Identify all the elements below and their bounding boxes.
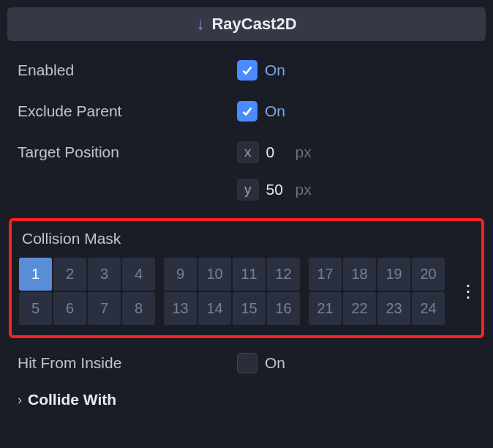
mask-layer-10[interactable]: 10 [198,258,231,291]
collision-mask-grid: 123456789101112131415161718192021222324 [19,258,445,325]
axis-y-badge: y [237,179,259,201]
axis-x-badge: x [237,141,259,163]
node-title: RayCast2D [211,15,296,34]
kebab-menu-icon[interactable]: ⋮ [455,281,481,302]
mask-layer-14[interactable]: 14 [198,292,231,325]
mask-layer-21[interactable]: 21 [309,292,342,325]
mask-layer-23[interactable]: 23 [377,292,410,325]
collide-with-section[interactable]: › Collide With [7,384,486,416]
axis-x-unit: px [296,143,312,161]
node-header[interactable]: ↓ RayCast2D [7,7,486,41]
mask-layer-24[interactable]: 24 [412,292,445,325]
mask-layer-7[interactable]: 7 [88,292,121,325]
mask-layer-22[interactable]: 22 [343,292,376,325]
check-icon [241,105,254,118]
collide-with-label: Collide With [28,391,116,408]
mask-layer-1[interactable]: 1 [19,258,52,291]
mask-layer-3[interactable]: 3 [88,258,121,291]
mask-layer-2[interactable]: 2 [53,258,86,291]
hit-from-inside-on-label: On [265,354,285,372]
mask-layer-6[interactable]: 6 [53,292,86,325]
mask-layer-16[interactable]: 16 [267,292,300,325]
hit-from-inside-checkbox[interactable] [237,353,257,373]
hit-from-inside-label: Hit From Inside [18,354,237,372]
mask-group: 910111213141516 [164,258,300,325]
property-target-position-y: y 50 px [7,173,486,214]
mask-layer-18[interactable]: 18 [343,258,376,291]
mask-layer-11[interactable]: 11 [233,258,266,291]
mask-layer-17[interactable]: 17 [309,258,342,291]
exclude-parent-checkbox[interactable] [237,101,257,122]
mask-group: 1718192021222324 [309,258,445,325]
property-target-position-x: Target Position x 0 px [7,132,486,173]
mask-layer-13[interactable]: 13 [164,292,197,325]
inspector-panel: ↓ RayCast2D Enabled On Exclude Parent On… [0,0,493,423]
exclude-parent-label: Exclude Parent [18,102,237,120]
mask-layer-5[interactable]: 5 [19,292,52,325]
enabled-checkbox[interactable] [237,60,257,81]
collision-mask-label: Collision Mask [19,230,474,247]
chevron-right-icon: › [18,392,22,408]
mask-layer-8[interactable]: 8 [122,292,155,325]
enabled-label: Enabled [18,61,237,79]
mask-layer-4[interactable]: 4 [122,258,155,291]
mask-group: 12345678 [19,258,155,325]
mask-layer-19[interactable]: 19 [377,258,410,291]
mask-layer-15[interactable]: 15 [233,292,266,325]
axis-y-value[interactable]: 50 [266,181,288,198]
axis-y-unit: px [296,181,312,198]
arrow-down-icon: ↓ [196,15,204,34]
mask-layer-9[interactable]: 9 [164,258,197,291]
enabled-on-label: On [265,61,285,79]
target-position-label: Target Position [18,143,237,161]
mask-layer-12[interactable]: 12 [267,258,300,291]
exclude-parent-on-label: On [265,102,285,120]
check-icon [241,64,254,77]
axis-x-value[interactable]: 0 [266,143,288,161]
property-exclude-parent: Exclude Parent On [7,91,486,132]
mask-layer-20[interactable]: 20 [412,258,445,291]
property-hit-from-inside: Hit From Inside On [7,343,486,384]
collision-mask-highlight: Collision Mask 1234567891011121314151617… [9,218,484,338]
property-enabled: Enabled On [7,50,486,91]
